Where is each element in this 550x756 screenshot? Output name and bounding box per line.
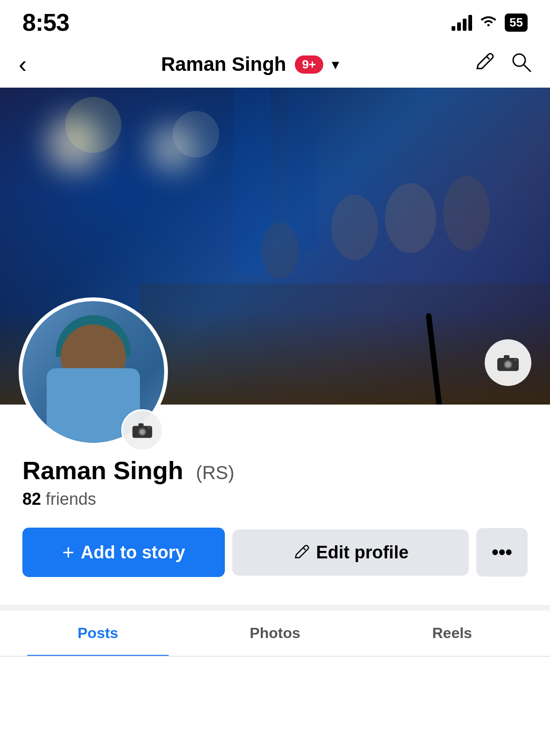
svg-point-10: [261, 223, 299, 279]
nav-title-area: Raman Singh 9+ ▾: [161, 53, 339, 76]
cover-camera-button[interactable]: [485, 339, 531, 386]
friends-label: friends: [46, 489, 96, 509]
nav-bar: ‹ Raman Singh 9+ ▾: [0, 41, 550, 88]
add-to-story-button[interactable]: + Add to story: [22, 528, 225, 577]
notification-badge: 9+: [295, 55, 324, 74]
search-icon[interactable]: [511, 52, 531, 77]
svg-line-1: [524, 65, 530, 71]
back-button[interactable]: ‹: [19, 50, 27, 78]
tab-photos[interactable]: Photos: [187, 611, 364, 656]
dropdown-icon[interactable]: ▾: [332, 55, 339, 73]
svg-rect-21: [139, 423, 144, 426]
more-icon: •••: [492, 541, 512, 564]
status-time: 8:53: [22, 8, 69, 36]
edit-profile-button[interactable]: Edit profile: [232, 529, 469, 576]
profile-name: Raman Singh (RS): [22, 456, 528, 485]
profile-avatar-wrapper: [19, 297, 168, 447]
tab-reels[interactable]: Reels: [363, 611, 541, 656]
svg-point-5: [65, 97, 121, 153]
svg-point-20: [139, 429, 145, 434]
status-icons: 55: [452, 14, 528, 32]
svg-rect-4: [140, 283, 550, 405]
avatar-camera-button[interactable]: [121, 409, 163, 451]
edit-profile-icon: [292, 544, 309, 561]
svg-point-9: [443, 176, 490, 251]
svg-rect-3: [289, 88, 317, 251]
nav-actions: [473, 52, 531, 77]
svg-point-7: [331, 195, 378, 260]
profile-section: Raman Singh (RS) 82 friends + Add to sto…: [0, 405, 550, 605]
profile-friends: 82 friends: [22, 489, 528, 509]
add-story-label: Add to story: [81, 543, 185, 563]
status-bar: 8:53 55: [0, 0, 550, 41]
edit-profile-label: Edit profile: [316, 543, 408, 563]
signal-icon: [452, 14, 472, 31]
nav-title: Raman Singh: [161, 53, 286, 76]
tab-bar: Posts Photos Reels: [0, 611, 550, 657]
svg-rect-17: [514, 359, 517, 361]
svg-point-6: [173, 111, 219, 158]
svg-rect-16: [504, 355, 509, 359]
svg-rect-22: [148, 427, 151, 429]
battery-icon: 55: [505, 14, 528, 32]
svg-point-15: [505, 362, 511, 367]
svg-point-8: [385, 183, 436, 253]
more-options-button[interactable]: •••: [476, 528, 528, 577]
wifi-icon: [480, 14, 497, 32]
add-story-plus-icon: +: [62, 541, 74, 564]
edit-icon[interactable]: [473, 52, 494, 77]
tab-posts[interactable]: Posts: [9, 611, 187, 656]
profile-nickname: (RS): [196, 462, 234, 483]
action-buttons: + Add to story Edit profile •••: [0, 528, 550, 591]
section-divider: [0, 605, 550, 611]
